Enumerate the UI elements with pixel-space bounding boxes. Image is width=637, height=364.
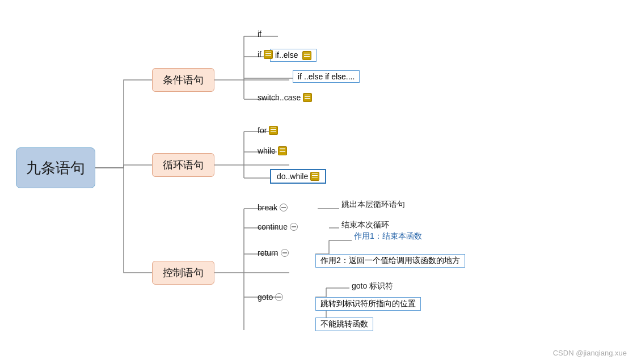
- note-icon-while: [278, 146, 287, 155]
- if-connector-label: if: [254, 49, 276, 60]
- switch-leaf: switch..case: [254, 92, 315, 103]
- return-label: return: [258, 248, 279, 257]
- goto-sub1: goto 标识符: [349, 280, 395, 293]
- goto-leaf: goto: [254, 291, 286, 303]
- category-condition-label: 条件语句: [163, 73, 204, 87]
- continue-label: continue: [258, 222, 288, 231]
- break-label: break: [258, 203, 277, 212]
- goto-sub3-label: 不能跳转函数: [315, 318, 373, 331]
- break-desc: 跳出本层循环语句: [339, 198, 407, 211]
- dowhile-label: do..while: [277, 172, 308, 181]
- break-leaf: break: [254, 202, 291, 213]
- note-icon-if: [264, 50, 273, 59]
- continue-leaf: continue: [254, 221, 301, 232]
- switch-label: switch..case: [258, 93, 301, 102]
- main-canvas: 九条语句 条件语句 循环语句 控制语句 if if..else if if ..…: [0, 0, 637, 364]
- goto-sub2-box: 跳转到标识符所指向的位置: [315, 297, 421, 311]
- category-loop-label: 循环语句: [163, 158, 204, 172]
- category-control: 控制语句: [152, 261, 214, 285]
- if-label: if: [258, 29, 261, 39]
- root-node: 九条语句: [16, 147, 95, 188]
- if-elseif-label: if ..else if else....: [293, 70, 360, 83]
- if-else-box: if..else: [270, 49, 317, 62]
- note-icon-ifelse: [302, 51, 311, 60]
- minus-icon-return: [281, 249, 289, 257]
- note-icon-dowhile: [310, 172, 319, 181]
- return-leaf: return: [254, 247, 292, 259]
- if-leaf: if: [254, 28, 265, 40]
- for-leaf: for: [254, 125, 281, 136]
- continue-desc: 结束本次循环: [339, 219, 391, 231]
- category-loop: 循环语句: [152, 153, 214, 177]
- minus-icon-continue: [290, 223, 298, 231]
- category-condition: 条件语句: [152, 68, 214, 92]
- if-else-label: if..else: [270, 49, 317, 62]
- watermark: CSDN @jianqiang.xue: [553, 349, 627, 357]
- category-control-label: 控制语句: [163, 266, 204, 280]
- root-label: 九条语句: [26, 158, 85, 178]
- return-desc2-label: 作用2：返回一个值给调用该函数的地方: [315, 254, 465, 268]
- while-label: while: [258, 146, 276, 155]
- while-leaf: while: [254, 145, 290, 156]
- minus-icon-break: [280, 204, 288, 211]
- note-icon-switch: [303, 93, 312, 102]
- goto-sub2-label: 跳转到标识符所指向的位置: [315, 297, 421, 311]
- minus-icon-goto: [275, 293, 283, 301]
- if-elseif-box: if ..else if else....: [293, 70, 360, 83]
- dowhile-box: do..while: [270, 169, 326, 184]
- return-desc2-box: 作用2：返回一个值给调用该函数的地方: [315, 254, 465, 268]
- for-label: for: [258, 126, 267, 135]
- goto-sub3-box: 不能跳转函数: [315, 318, 373, 331]
- return-desc1: 作用1：结束本函数: [352, 230, 424, 243]
- goto-label: goto: [258, 293, 273, 302]
- note-icon-for: [269, 126, 278, 135]
